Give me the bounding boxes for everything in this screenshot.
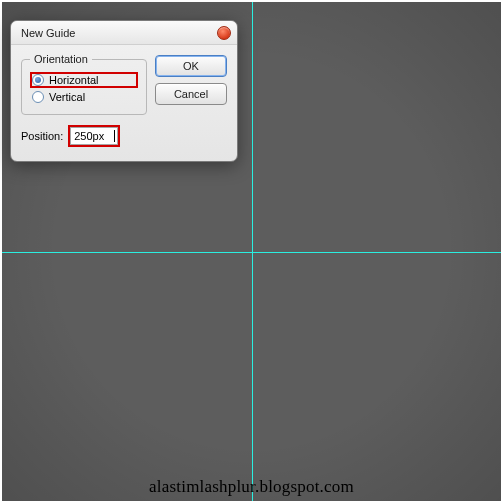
new-guide-dialog: New Guide Orientation Horizontal Vertica… — [10, 20, 238, 162]
position-value: 250px — [74, 130, 104, 142]
cancel-button-label: Cancel — [174, 88, 208, 100]
text-caret — [114, 130, 115, 142]
position-label: Position: — [21, 130, 63, 142]
watermark-text: alastimlashplur.blogspot.com — [0, 477, 503, 497]
orientation-horizontal-row[interactable]: Horizontal — [30, 72, 138, 88]
cancel-button[interactable]: Cancel — [155, 83, 227, 105]
horizontal-guide-line — [2, 252, 501, 253]
radio-icon[interactable] — [32, 91, 44, 103]
orientation-horizontal-label: Horizontal — [49, 74, 99, 86]
dialog-titlebar[interactable]: New Guide — [11, 21, 237, 45]
position-row: Position: 250px — [21, 125, 147, 147]
ok-button[interactable]: OK — [155, 55, 227, 77]
dialog-body: Orientation Horizontal Vertical Position… — [11, 45, 237, 161]
orientation-vertical-label: Vertical — [49, 91, 85, 103]
dialog-title: New Guide — [21, 27, 217, 39]
orientation-legend: Orientation — [30, 53, 92, 65]
dialog-left-column: Orientation Horizontal Vertical Position… — [21, 53, 147, 147]
close-icon[interactable] — [217, 26, 231, 40]
dialog-right-column: OK Cancel — [155, 53, 227, 147]
orientation-group: Orientation Horizontal Vertical — [21, 53, 147, 115]
radio-icon[interactable] — [32, 74, 44, 86]
ok-button-label: OK — [183, 60, 199, 72]
position-input-highlight: 250px — [68, 125, 120, 147]
position-input[interactable]: 250px — [70, 127, 118, 145]
orientation-vertical-row[interactable]: Vertical — [30, 89, 138, 105]
